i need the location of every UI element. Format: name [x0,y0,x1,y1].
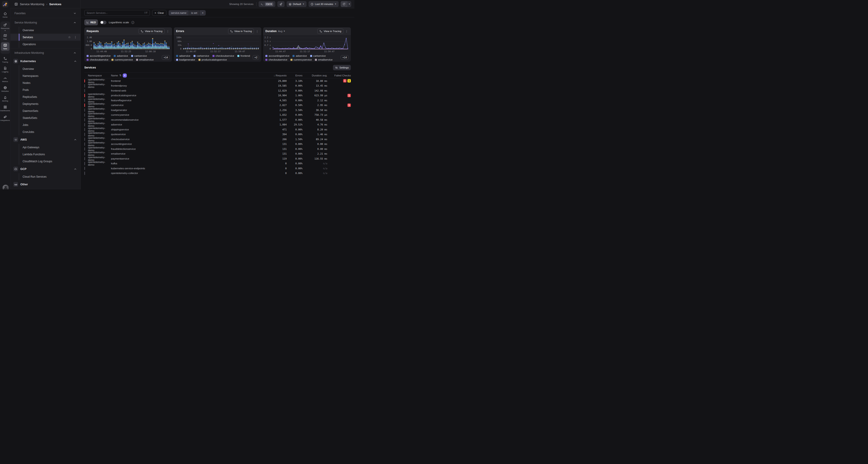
failed-check-badge-red[interactable]: 1 [347,94,351,97]
sidebar-item-deployments[interactable]: Deployments [10,100,81,107]
cell-name[interactable]: paymentservice [111,157,259,160]
cell-name[interactable]: shippingservice [111,128,259,131]
nav-group-gcp[interactable]: GCP [10,165,81,173]
logarithmic-scale-toggle[interactable] [100,21,106,24]
nav-group-aws[interactable]: awsAWS [10,135,81,144]
sidebar-item-overview[interactable]: Overview [10,27,81,34]
chart-plot[interactable] [272,37,348,50]
nav-section-service-monitoring[interactable]: Service Monitoring [10,19,81,27]
table-row[interactable]: opentelemetry-demofeatureflagservice4,56… [84,98,351,103]
clear-filters-button[interactable]: × Clear [152,10,166,16]
table-row[interactable]: opentelemetry-democheckoutservice2661.50… [84,137,351,142]
column-failed-checks[interactable]: Failed Checks [327,74,351,77]
table-row[interactable]: frontend-web12,8290.00%142.08 ms [84,88,351,93]
cell-name[interactable]: frontendproxy [111,84,259,87]
star-icon[interactable]: ☆ [68,35,71,39]
table-row[interactable]: opentelemetry-demoaccountingservice1310.… [84,142,351,147]
table-row[interactable]: opentelemetry-democurrencyservice1,8320.… [84,113,351,118]
table-row[interactable]: opentelemetry-democartservice2,8270.50%2… [84,103,351,108]
table-row[interactable]: opentelemetry-demorecommendationservice1… [84,117,351,122]
sidebar-item-nodes[interactable]: Nodes [10,79,81,86]
legend-item[interactable]: loadgenerator [176,58,195,61]
table-row[interactable]: opentelemetry-demoemailservice1310.00%2.… [84,151,351,156]
kebab-menu-icon[interactable]: ⋮ [255,30,259,33]
cell-name[interactable]: emailservice [111,152,259,155]
user-avatar[interactable] [2,185,9,189]
cell-name[interactable]: accountingservice [111,143,259,145]
sidebar-item-api-gateways[interactable]: Api Gateways [10,144,81,151]
cell-name[interactable]: opentelemetry-collector [111,172,259,175]
sidebar-item-replicasets[interactable]: ReplicaSets [10,93,81,100]
legend-item[interactable]: adservice [114,55,128,57]
legend-item[interactable]: accountingservice [87,55,111,57]
table-row[interactable]: opentelemetry-demofrauddetectionservice1… [84,147,351,151]
sidebar-item-services[interactable]: Services☆⋮ [10,34,81,41]
column-name[interactable]: Name ⇅ [111,73,259,78]
table-row[interactable]: opentelemetry-demokafka00.00%n/a [84,161,351,166]
time-range-select[interactable]: Last 30 minutes ▼ [309,1,339,7]
duration-agg-select[interactable]: Avg▼ [278,30,285,33]
nav-section-favorites[interactable]: Favorites [10,9,81,18]
cell-name[interactable]: frontend-web [111,89,259,92]
sidebar-item-daemonsets[interactable]: DaemonSets [10,107,81,114]
table-row[interactable]: opentelemetry-demopaymentservice1190.00%… [84,156,351,161]
legend-item[interactable]: frontend [237,55,250,57]
filter-chip-operator[interactable]: is set [189,10,199,16]
legend-item[interactable]: emailservice [315,58,333,61]
table-settings-button[interactable]: Settings [333,65,351,70]
info-icon[interactable]: i [131,21,134,24]
refresh-button[interactable] [341,1,347,7]
sidebar-item-overview[interactable]: Overview [10,65,81,72]
rail-item-integrations[interactable]: Integrations [0,115,10,121]
table-row[interactable]: opentelemetry-demoshippingservice4710.00… [84,127,351,132]
sidebar-item-jobs[interactable]: Jobs [10,121,81,128]
sidebar-item-namespaces[interactable]: Namespaces [10,72,81,79]
cell-name[interactable]: frontend [111,80,259,82]
failed-check-badge-red[interactable]: 1 [347,103,351,107]
cell-name[interactable]: kafka [111,162,259,165]
sidebar-item-pods[interactable]: Pods [10,86,81,93]
table-row[interactable]: opentelemetry-demofrontendproxy19,5850.0… [84,83,351,88]
table-row[interactable]: opentelemetry-demoproductcatalogservice1… [84,93,351,98]
column-duration[interactable]: Duration avg. [303,74,327,77]
cell-name[interactable]: currencyservice [111,114,259,116]
kebab-menu-icon[interactable]: ⋮ [74,35,77,39]
legend-item[interactable]: accountingservice [266,55,289,57]
search-input[interactable]: Search Services... ⇧F [84,10,150,16]
name-filter-badge[interactable] [123,73,127,78]
cell-name[interactable]: adservice [111,123,259,126]
table-row[interactable]: opentelemetry-collector00.00%n/a [84,171,351,176]
table-row[interactable]: opentelemetry-demofrontend29,8003.10%18.… [84,79,351,83]
explore-telescope-button[interactable] [277,1,285,7]
legend-item[interactable]: cartservice [131,55,147,57]
rail-item-home[interactable]: Home [0,12,10,18]
view-in-tracing-button[interactable]: View in Tracing [228,29,254,34]
table-row[interactable]: opentelemetry-demoloadgenerator2,2563.50… [84,107,351,113]
legend-item[interactable]: cartservice [193,55,209,57]
filter-chip-field[interactable]: service.name [168,10,188,16]
legend-item[interactable]: currencyservice [112,58,133,61]
sidebar-item-operations[interactable]: Operations [10,41,81,48]
legend-item[interactable]: emailservice [136,58,154,61]
kebab-menu-icon[interactable]: ⋮ [166,30,170,33]
breadcrumb-section[interactable]: Service Monitoring [20,2,44,6]
cell-name[interactable]: frauddetectionservice [111,148,259,150]
rail-item-logging[interactable]: Logging [0,66,10,73]
sidebar-item-cronjobs[interactable]: CronJobs [10,128,81,135]
table-row[interactable]: opentelemetry-demoquoteservice3940.00%1.… [84,132,351,137]
sidebar-item-cloud-run-services[interactable]: Cloud Run Services [10,173,81,180]
command-palette-button[interactable]: Ctrl K [258,1,275,7]
cell-name[interactable]: cartservice [111,104,259,106]
rail-item-websites[interactable]: Websites [0,86,10,92]
cell-name[interactable]: featureflagservice [111,99,259,102]
rail-item-tracing[interactable]: Tracing [0,57,10,63]
failed-check-badge-red[interactable]: 1 [343,79,346,83]
legend-item[interactable]: productcatalogservice [198,58,227,61]
column-namespace[interactable]: Namespace [84,74,111,77]
table-row[interactable]: kubernetes-service-endpoints00.00%n/a [84,166,351,171]
legend-item[interactable]: checkoutservice [87,58,108,61]
chart-plot[interactable] [93,37,170,50]
cell-name[interactable]: productcatalogservice [111,94,259,97]
sidebar-item-cloudwatch-log-groups[interactable]: CloudWatch Log Groups [10,158,81,165]
collapse-sidebar-icon[interactable] [14,2,18,6]
